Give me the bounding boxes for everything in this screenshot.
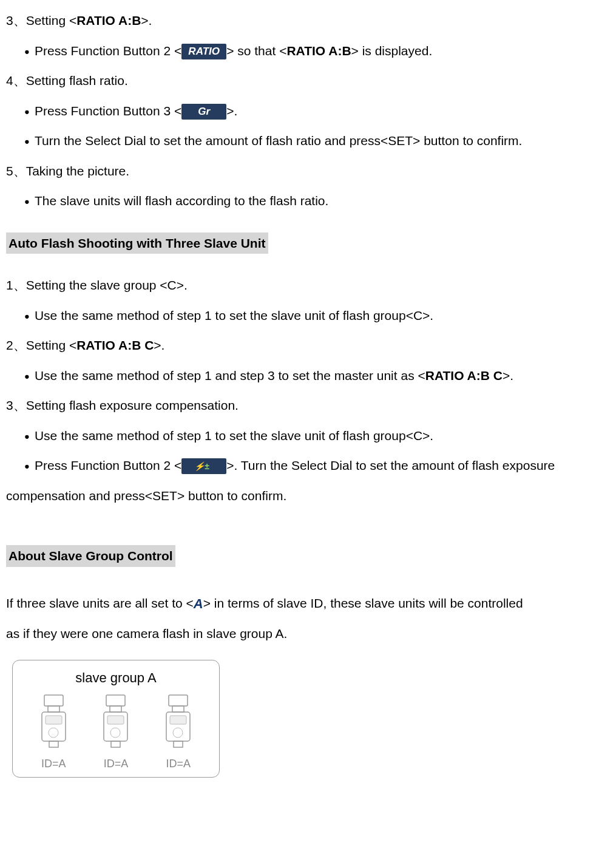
threeslave-step-3-bullet-1: Use the same method of step 1 to set the… [6,426,610,446]
text: 2、Setting < [6,338,76,352]
flash-unit-3: ID=A [161,694,195,773]
svg-point-17 [173,728,183,738]
text-bold: RATIO A:B C [76,338,154,352]
flash-icon [161,694,195,748]
diagram-title: slave group A [13,668,219,688]
threeslave-step-1-heading: 1、Setting the slave group <C>. [6,276,610,295]
bullet-icon [24,458,35,472]
bullet-icon [24,104,35,118]
text: Turn the Select Dial to set the amount o… [35,134,522,148]
svg-rect-1 [44,695,63,706]
svg-rect-7 [106,695,125,706]
bullet-icon [24,44,35,58]
document-content: 3、Setting <RATIO A:B>. Press Function Bu… [0,11,616,778]
step-4-bullet-1: Press Function Button 3 <Gr>. [6,101,610,121]
text: 5、Taking the picture. [6,164,129,178]
svg-rect-18 [174,741,183,747]
svg-rect-2 [48,706,59,712]
flash-id-label: ID=A [161,756,195,772]
flash-id-label: ID=A [99,756,132,772]
step-5-heading: 5、Taking the picture. [6,161,610,181]
text: 4、Setting flash ratio. [6,73,128,87]
bullet-icon [24,368,35,382]
threeslave-step-2-heading: 2、Setting <RATIO A:B C>. [6,336,610,355]
text: >. [141,13,152,27]
step-4-heading: 4、Setting flash ratio. [6,71,610,90]
text-bold: RATIO A:B [286,44,351,58]
text: >. [154,338,164,352]
threeslave-step-3-bullet-2: Press Function Button 2 < ⚡± >. Turn the… [6,456,610,475]
diagram-flashes-row: ID=A ID=A [13,694,219,773]
threeslave-step-3-heading: 3、Setting flash exposure compensation. [6,396,610,415]
bullet-icon [24,134,35,148]
text: Press Function Button 3 < [35,104,181,118]
text: The slave units will flash according to … [35,194,328,208]
flash-icon [37,694,70,748]
text: > in terms of slave ID, these slave unit… [203,596,523,610]
bullet-icon [24,194,35,208]
svg-rect-6 [49,741,58,747]
ratio-button-icon: RATIO [181,44,226,59]
step-3-bullet-1: Press Function Button 2 <RATIO> so that … [6,41,610,61]
text-bold: RATIO A:B C [425,368,503,382]
section-header-three-slaves: Auto Flash Shooting with Three Slave Uni… [6,232,268,254]
text: Use the same method of step 1 and step 3… [35,368,425,382]
a-letter-icon: A [194,589,203,620]
flash-icon [99,694,132,748]
svg-rect-4 [46,716,62,724]
text: >. [503,368,513,382]
text: as if they were one camera flash in slav… [6,626,287,640]
threeslave-step-1-bullet-1: Use the same method of step 1 to set the… [6,306,610,325]
bullet-icon [24,308,35,322]
svg-text:⚡±: ⚡± [194,461,209,472]
bullet-icon [24,429,35,443]
svg-rect-13 [169,695,188,706]
text: Use the same method of step 1 to set the… [35,308,433,322]
text-bold: RATIO A:B [76,13,141,27]
slave-group-diagram: slave group A ID=A [12,660,220,778]
flash-unit-2: ID=A [99,694,132,773]
text: Press Function Button 2 < [35,458,181,472]
step-5-bullet-1: The slave units will flash according to … [6,191,610,211]
text: > so that < [226,44,286,58]
text: 3、Setting < [6,13,76,27]
step-3-heading: 3、Setting <RATIO A:B>. [6,11,610,30]
flash-unit-1: ID=A [37,694,70,773]
svg-point-11 [110,728,120,738]
text: 3、Setting flash exposure compensation. [6,398,239,412]
gr-button-icon: Gr [181,104,226,120]
text: Use the same method of step 1 to set the… [35,429,433,443]
threeslave-step-3-continuation: compensation and press<SET> button to co… [6,486,610,506]
text: compensation and press<SET> button to co… [6,489,286,503]
text: >. [226,104,237,118]
svg-rect-14 [172,706,184,712]
svg-rect-12 [111,741,120,747]
step-4-bullet-2: Turn the Select Dial to set the amount o… [6,131,610,151]
exposure-comp-button-icon: ⚡± [181,458,226,474]
flash-id-label: ID=A [37,756,70,772]
text: 1、Setting the slave group <C>. [6,278,188,292]
svg-rect-10 [107,716,124,724]
svg-rect-16 [170,716,186,724]
text: > is displayed. [351,44,433,58]
svg-point-5 [49,728,58,738]
text: >. Turn the Select Dial to set the amoun… [226,458,555,472]
threeslave-step-2-bullet-1: Use the same method of step 1 and step 3… [6,366,610,385]
about-paragraph: If three slave units are all set to <A> … [6,589,610,649]
svg-rect-8 [110,706,121,712]
text: If three slave units are all set to < [6,596,194,610]
section-header-about-slave-group: About Slave Group Control [6,545,175,567]
text: Press Function Button 2 < [35,44,181,58]
